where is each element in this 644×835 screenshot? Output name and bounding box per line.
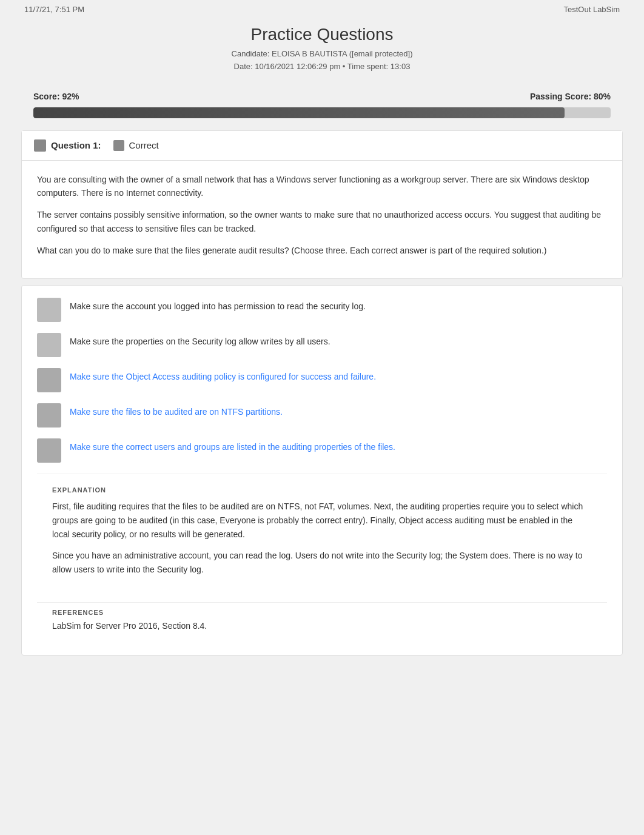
progress-bar-fill — [33, 107, 565, 118]
candidate-name: ELOISA B BAUTISTA — [272, 49, 347, 58]
progress-bar-container — [33, 107, 611, 118]
question-icon — [34, 139, 46, 152]
explanation-para2: Since you have an administrative account… — [52, 549, 592, 577]
explanation-title: EXPLANATION — [52, 486, 592, 494]
answers-section: Make sure the account you logged into ha… — [21, 285, 623, 656]
references-section: REFERENCES LabSim for Server Pro 2016, S… — [37, 602, 607, 643]
references-text: LabSim for Server Pro 2016, Section 8.4. — [52, 621, 592, 631]
answer-checkbox-2[interactable] — [37, 333, 61, 357]
question-card: Question 1: Correct You are consulting w… — [21, 130, 623, 279]
correct-icon — [113, 140, 124, 151]
date-value: 10/16/2021 12:06:29 pm — [255, 62, 340, 71]
question-body-3: What can you do to make sure that the fi… — [37, 244, 607, 257]
explanation-para1: First, file auditing requires that the f… — [52, 500, 592, 542]
time-separator: • — [343, 62, 347, 71]
app-name: TestOut LabSim — [564, 5, 620, 14]
question-body-1: You are consulting with the owner of a s… — [37, 173, 607, 200]
question-body-2: The server contains possibly sensitive i… — [37, 208, 607, 235]
explanation-section: EXPLANATION First, file auditing require… — [37, 474, 607, 596]
answer-item: Make sure the correct users and groups a… — [37, 438, 607, 463]
time-label: Time spent: — [347, 62, 388, 71]
references-title: REFERENCES — [52, 609, 592, 616]
question-body: You are consulting with the owner of a s… — [22, 161, 622, 278]
answer-item: Make sure the properties on the Security… — [37, 333, 607, 357]
timestamp: 11/7/21, 7:51 PM — [24, 5, 84, 14]
answer-item: Make sure the Object Access auditing pol… — [37, 368, 607, 392]
answer-checkbox-5[interactable] — [37, 438, 61, 463]
answer-text-3: Make sure the Object Access auditing pol… — [70, 368, 376, 383]
header: Practice Questions Candidate: ELOISA B B… — [0, 19, 644, 86]
answer-item: Make sure the files to be audited are on… — [37, 403, 607, 428]
question-header: Question 1: Correct — [22, 131, 622, 161]
score-label: Score: 92% — [33, 92, 79, 101]
top-bar: 11/7/21, 7:51 PM TestOut LabSim — [0, 0, 644, 19]
answer-item: Make sure the account you logged into ha… — [37, 298, 607, 322]
page-title: Practice Questions — [24, 25, 620, 44]
candidate-label: Candidate: — [232, 49, 270, 58]
answer-checkbox-3[interactable] — [37, 368, 61, 392]
answer-text-1: Make sure the account you logged into ha… — [70, 298, 366, 313]
answer-checkbox-1[interactable] — [37, 298, 61, 322]
answer-text-5: Make sure the correct users and groups a… — [70, 438, 395, 454]
candidate-info: Candidate: ELOISA B BAUTISTA ([email pro… — [24, 48, 620, 73]
date-label: Date: — [234, 62, 253, 71]
candidate-email: ([email protected]) — [349, 49, 413, 58]
passing-score-label: Passing Score: 80% — [530, 92, 611, 101]
question-label: Question 1: — [51, 140, 101, 150]
answer-checkbox-4[interactable] — [37, 403, 61, 428]
score-section: Score: 92% Passing Score: 80% — [0, 86, 644, 107]
answer-text-2: Make sure the properties on the Security… — [70, 333, 330, 348]
correct-label: Correct — [129, 140, 159, 150]
time-value: 13:03 — [391, 62, 411, 71]
answer-text-4: Make sure the files to be audited are on… — [70, 403, 283, 418]
